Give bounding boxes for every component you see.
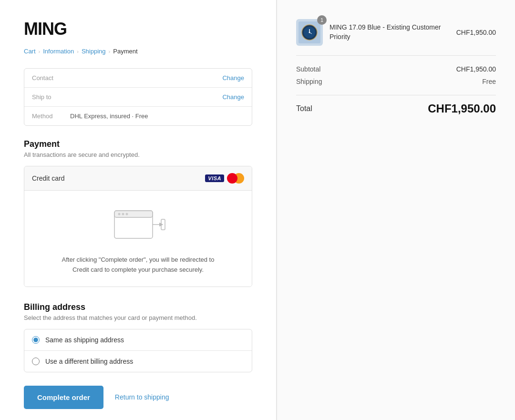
card-icons: VISA [205, 173, 244, 184]
item-name: MING 17.09 Blue - Existing Customer Prio… [330, 23, 450, 41]
item-details: MING 17.09 Blue - Existing Customer Prio… [330, 23, 450, 41]
payment-box: Credit card VISA [24, 166, 252, 287]
contact-row: Contact Change [24, 69, 252, 88]
billing-section: Billing address Select the address that … [24, 302, 252, 372]
order-item: 1 MING 17.09 Blue - Existing Customer Pr… [296, 19, 496, 56]
breadcrumb-payment: Payment [113, 48, 137, 55]
method-value: DHL Express, insured · Free [70, 113, 244, 120]
return-to-shipping-link[interactable]: Return to shipping [115, 393, 169, 401]
svg-point-4 [125, 213, 128, 215]
item-price: CHF1,950.00 [456, 29, 496, 36]
billing-same-radio[interactable] [32, 336, 40, 344]
order-totals: Subtotal CHF1,950.00 Shipping Free [296, 65, 496, 85]
billing-option-same[interactable]: Same as shipping address [24, 329, 252, 351]
chevron-icon: › [77, 49, 79, 54]
credit-card-label: Credit card [32, 174, 64, 182]
billing-different-label[interactable]: Use a different billing address [45, 358, 133, 365]
grand-total-row: Total CHF1,950.00 [296, 95, 496, 115]
billing-option-different[interactable]: Use a different billing address [24, 351, 252, 372]
chevron-icon: › [39, 49, 41, 54]
order-info-box: Contact Change Ship to Change Method DHL… [24, 68, 252, 126]
billing-different-radio[interactable] [32, 358, 40, 365]
payment-header: Credit card VISA [24, 166, 252, 191]
subtotal-label: Subtotal [296, 65, 320, 73]
redirect-illustration [110, 206, 167, 246]
shipping-label: Shipping [296, 78, 322, 85]
chevron-icon: › [109, 49, 111, 54]
contact-change-link[interactable]: Change [222, 74, 244, 82]
item-badge: 1 [317, 15, 327, 25]
breadcrumb: Cart › Information › Shipping › Payment [24, 48, 252, 55]
breadcrumb-information[interactable]: Information [43, 48, 74, 55]
billing-same-label[interactable]: Same as shipping address [45, 336, 124, 344]
shipping-row: Shipping Free [296, 78, 496, 85]
svg-point-12 [309, 32, 310, 33]
complete-order-button[interactable]: Complete order [24, 386, 103, 409]
billing-subtitle: Select the address that matches your car… [24, 314, 252, 321]
left-panel: MING Cart › Information › Shipping › Pay… [0, 0, 277, 420]
subtotal-value: CHF1,950.00 [456, 65, 496, 73]
payment-subtitle: All transactions are secure and encrypte… [24, 151, 252, 158]
ship-to-label: Ship to [32, 93, 70, 101]
breadcrumb-cart[interactable]: Cart [24, 48, 36, 55]
method-row: Method DHL Express, insured · Free [24, 107, 252, 125]
total-label: Total [296, 104, 312, 113]
ship-to-change-link[interactable]: Change [222, 93, 244, 101]
shipping-value: Free [482, 78, 496, 85]
watch-svg [298, 20, 321, 44]
redirect-svg [110, 206, 167, 244]
subtotal-row: Subtotal CHF1,950.00 [296, 65, 496, 73]
item-image-wrap: 1 [296, 19, 323, 46]
total-value: CHF1,950.00 [428, 102, 496, 115]
brand-logo: MING [24, 19, 252, 39]
method-label: Method [32, 113, 70, 120]
payment-body: After clicking "Complete order", you wil… [24, 191, 252, 287]
billing-title: Billing address [24, 302, 252, 312]
svg-rect-6 [161, 219, 165, 230]
visa-icon: VISA [205, 174, 224, 182]
ship-to-row: Ship to Change [24, 88, 252, 107]
billing-box: Same as shipping address Use a different… [24, 329, 252, 372]
breadcrumb-shipping[interactable]: Shipping [82, 48, 106, 55]
payment-section: Payment All transactions are secure and … [24, 139, 252, 287]
svg-point-3 [122, 213, 124, 215]
button-row: Complete order Return to shipping [24, 386, 252, 409]
redirect-text: After clicking "Complete order", you wil… [57, 255, 219, 275]
payment-title: Payment [24, 139, 252, 149]
right-panel: 1 MING 17.09 Blue - Existing Customer Pr… [277, 0, 515, 420]
svg-point-2 [118, 213, 120, 215]
mastercard-icon [227, 173, 244, 184]
contact-label: Contact [32, 74, 70, 82]
